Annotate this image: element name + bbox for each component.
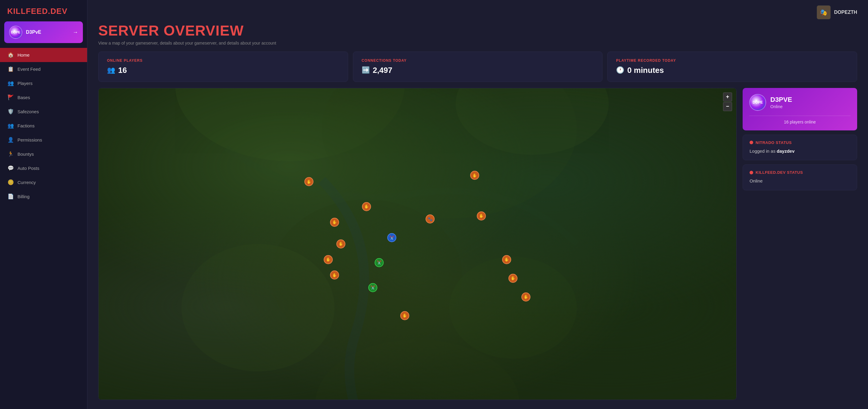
nitrado-status-body: Logged in as dayzdev xyxy=(749,148,850,155)
nitrado-status-title: NITRADO STATUS xyxy=(749,140,850,145)
logo: KILLFEED.DEV xyxy=(7,7,80,16)
map-marker-14[interactable]: ✋ xyxy=(521,293,530,302)
permissions-nav-label: Permissions xyxy=(18,137,42,142)
stat-online-players-label: ONLINE PLAYERS xyxy=(107,59,339,63)
bases-nav-icon: 🚩 xyxy=(7,94,14,101)
stat-connections-value: ➡️ 2,497 xyxy=(362,66,594,75)
sidebar-item-safezones[interactable]: 🛡️ Safezones xyxy=(0,104,87,119)
killfeed-status-dot xyxy=(749,171,753,174)
topbar: 🎭 DOPEZTH xyxy=(87,0,868,23)
sidebar-item-event-feed[interactable]: 📋 Event Feed xyxy=(0,62,87,76)
zoom-in-button[interactable]: + xyxy=(723,93,732,102)
svg-point-2 xyxy=(456,88,609,155)
logo-prefix: KILLFEED xyxy=(7,7,48,16)
server-card-top: DOPE D3PVE Online xyxy=(749,94,850,111)
server-name: D3PvE xyxy=(26,30,69,35)
map-marker-11[interactable]: ✂️ xyxy=(368,283,377,292)
billing-nav-label: Billing xyxy=(18,194,30,199)
stats-row: ONLINE PLAYERS 👥 16 CONNECTIONS TODAY ➡️… xyxy=(87,52,868,88)
sidebar-item-auto-posts[interactable]: 💬 Auto Posts xyxy=(0,161,87,175)
map-marker-7[interactable]: ✂️ xyxy=(387,233,396,242)
event-feed-nav-label: Event Feed xyxy=(18,67,41,72)
home-nav-label: Home xyxy=(18,53,30,58)
user-name: DOPEZTH xyxy=(834,10,857,15)
map-marker-3[interactable]: 🐾 xyxy=(426,214,435,224)
logo-area: KILLFEED.DEV xyxy=(0,0,87,22)
page-title: SERVER OVERVIEW xyxy=(98,23,857,39)
server-card-name: D3PVE xyxy=(770,96,792,104)
nav-menu: 🏠 Home 📋 Event Feed 👥 Players 🚩 Bases 🛡️… xyxy=(0,46,87,205)
server-arrow-icon: → xyxy=(73,29,78,36)
svg-point-5 xyxy=(181,244,335,371)
svg-point-6 xyxy=(315,339,519,400)
map-marker-9[interactable]: ✋ xyxy=(324,255,333,264)
auto-posts-nav-icon: 💬 xyxy=(7,165,14,171)
server-selector[interactable]: DOPE D3PvE → xyxy=(4,22,83,43)
stat-playtime-label: PLAYTIME RECORDED TODAY xyxy=(616,59,848,63)
stat-playtime-today: PLAYTIME RECORDED TODAY 🕐 0 minutes xyxy=(607,52,857,82)
auto-posts-nav-label: Auto Posts xyxy=(18,166,39,171)
stat-connections-today: CONNECTIONS TODAY ➡️ 2,497 xyxy=(353,52,603,82)
sidebar-item-permissions[interactable]: 👤 Permissions xyxy=(0,133,87,147)
map-marker-4[interactable]: ✋ xyxy=(477,211,486,220)
playtime-icon: 🕐 xyxy=(616,66,624,74)
killfeed-status-body: Online xyxy=(749,178,850,184)
svg-point-1 xyxy=(322,88,577,218)
map-marker-15[interactable]: ✋ xyxy=(400,311,409,320)
currency-nav-label: Currency xyxy=(18,180,36,185)
permissions-nav-icon: 👤 xyxy=(7,137,14,143)
map-marker-5[interactable]: ✋ xyxy=(330,218,339,227)
sidebar-item-billing[interactable]: 📄 Billing xyxy=(0,190,87,204)
svg-point-3 xyxy=(271,199,462,352)
map-marker-10[interactable]: ✋ xyxy=(330,270,339,279)
sidebar-item-players[interactable]: 👥 Players xyxy=(0,76,87,90)
currency-nav-icon: 🪙 xyxy=(7,179,14,185)
sidebar-item-home[interactable]: 🏠 Home xyxy=(0,48,87,62)
nitrado-status-dot xyxy=(749,141,753,144)
zoom-out-button[interactable]: − xyxy=(723,102,732,111)
players-nav-label: Players xyxy=(18,81,33,86)
sidebar-item-factions[interactable]: 👥 Factions xyxy=(0,119,87,133)
page-subtitle: View a map of your gameserver, details a… xyxy=(98,41,857,45)
server-card-players: 16 players online xyxy=(749,120,850,125)
map-marker-1[interactable]: ✋ xyxy=(470,171,479,180)
stat-online-players-value: 👥 16 xyxy=(107,66,339,75)
map-background: ✋✋✋🐾✋✋✋✂️✂️✋✋✂️✋✋✋✋ xyxy=(98,88,736,400)
event-feed-nav-icon: 📋 xyxy=(7,66,14,72)
svg-point-0 xyxy=(175,88,405,161)
server-card-avatar: DOPE xyxy=(749,94,766,111)
map-marker-8[interactable]: ✂️ xyxy=(375,258,384,267)
sidebar-item-currency[interactable]: 🪙 Currency xyxy=(0,175,87,190)
map-marker-6[interactable]: ✋ xyxy=(336,239,345,248)
map-controls: + − xyxy=(723,93,732,111)
map-svg xyxy=(98,88,736,400)
svg-point-4 xyxy=(450,257,577,359)
bases-nav-label: Bases xyxy=(18,95,30,100)
safezones-nav-icon: 🛡️ xyxy=(7,108,14,115)
home-nav-icon: 🏠 xyxy=(7,52,14,58)
map-marker-2[interactable]: ✋ xyxy=(362,202,371,211)
server-info-card: DOPE D3PVE Online 16 players online xyxy=(743,88,857,130)
safezones-nav-label: Safezones xyxy=(18,109,39,114)
factions-nav-label: Factions xyxy=(18,123,35,128)
map-marker-12[interactable]: ✋ xyxy=(502,255,511,264)
sidebar-item-bountys[interactable]: 🏃 Bountys xyxy=(0,147,87,161)
sidebar: KILLFEED.DEV DOPE D3PvE → 🏠 Home 📋 Event… xyxy=(0,0,87,409)
sidebar-item-bases[interactable]: 🚩 Bases xyxy=(0,90,87,104)
right-panel: DOPE D3PVE Online 16 players online NITR… xyxy=(743,88,857,400)
killfeed-status-card: KILLFEED.DEV STATUS Online xyxy=(743,165,857,190)
stat-connections-label: CONNECTIONS TODAY xyxy=(362,59,594,63)
killfeed-status-title: KILLFEED.DEV STATUS xyxy=(749,170,850,175)
page-header: SERVER OVERVIEW View a map of your games… xyxy=(87,23,868,52)
billing-nav-icon: 📄 xyxy=(7,193,14,200)
map-marker-0[interactable]: ✋ xyxy=(304,177,313,186)
stat-online-players: ONLINE PLAYERS 👥 16 xyxy=(98,52,348,82)
user-badge: 🎭 DOPEZTH xyxy=(817,5,857,19)
bountys-nav-icon: 🏃 xyxy=(7,151,14,157)
server-card-info: D3PVE Online xyxy=(770,96,792,109)
bountys-nav-label: Bountys xyxy=(18,151,34,157)
players-icon: 👥 xyxy=(107,66,115,74)
server-avatar: DOPE xyxy=(9,26,22,39)
logo-suffix: .DEV xyxy=(48,7,67,16)
map-marker-13[interactable]: ✋ xyxy=(508,274,518,283)
